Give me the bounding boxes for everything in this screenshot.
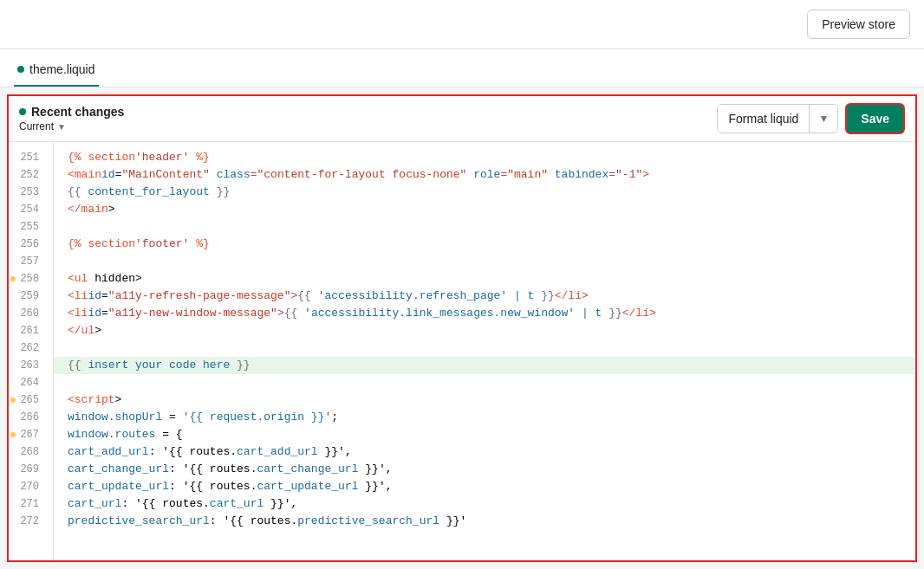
code-line: <li id="a11y-refresh-page-message">{{ 'a… <box>54 288 915 305</box>
line-number: 271 <box>9 495 46 513</box>
format-liquid-button[interactable]: Format liquid <box>718 105 810 133</box>
recent-changes-section: Recent changes Current ▼ <box>19 105 124 133</box>
recent-changes-dot <box>19 108 26 115</box>
tab-label: theme.liquid <box>29 62 95 76</box>
save-button[interactable]: Save <box>845 103 905 134</box>
line-number: 270 <box>9 478 46 495</box>
code-line: window.shopUrl = '{{ request.origin }}'; <box>54 409 915 426</box>
chevron-down-icon: ▼ <box>57 122 66 132</box>
line-number: 263 <box>9 357 46 374</box>
line-number: 264 <box>9 374 46 391</box>
line-number: 261 <box>9 322 46 339</box>
line-number: 269 <box>9 461 46 478</box>
code-line <box>54 218 915 236</box>
line-number: 262 <box>9 339 46 357</box>
recent-changes-text: Recent changes <box>31 105 124 119</box>
code-line: cart_add_url: '{{ routes.cart_add_url }}… <box>54 443 915 461</box>
app-wrapper: Preview store theme.liquid Recent change… <box>0 0 924 562</box>
line-number: 266 <box>9 409 46 426</box>
code-line: predictive_search_url: '{{ routes.predic… <box>54 513 915 530</box>
line-number: 259 <box>9 288 46 305</box>
code-line: <main id="MainContent" class="content-fo… <box>54 166 915 184</box>
line-number: 260 <box>9 305 46 322</box>
tab-theme-liquid[interactable]: theme.liquid <box>14 54 99 87</box>
code-line: <ul hidden> <box>54 270 915 288</box>
tab-unsaved-dot <box>17 66 24 73</box>
code-line <box>54 253 915 270</box>
line-number: 256 <box>9 236 46 253</box>
code-line: cart_update_url: '{{ routes.cart_update_… <box>54 478 915 495</box>
code-line: window.routes = { <box>54 426 915 443</box>
line-number: 257 <box>9 253 46 270</box>
code-editor: 2512522532542552562572582592602612622632… <box>9 142 915 560</box>
line-number: 254 <box>9 201 46 218</box>
editor-container: Recent changes Current ▼ Format liquid ▼… <box>7 94 917 562</box>
tabs-bar: theme.liquid <box>0 49 924 87</box>
code-line: cart_change_url: '{{ routes.cart_change_… <box>54 461 915 478</box>
code-line <box>54 374 915 391</box>
code-line: {{ content_for_layout }} <box>54 184 915 201</box>
format-liquid-dropdown-button[interactable]: ▼ <box>810 106 837 132</box>
line-number: 258 <box>9 270 46 288</box>
format-liquid-group: Format liquid ▼ <box>717 104 838 133</box>
code-line: </main> <box>54 201 915 218</box>
code-lines[interactable]: {% section 'header' %} <main id="MainCon… <box>54 142 915 560</box>
code-line <box>54 339 915 357</box>
code-line: <script> <box>54 391 915 409</box>
line-number: 265 <box>9 391 46 409</box>
line-number: 251 <box>9 149 46 166</box>
line-number: 255 <box>9 218 46 236</box>
toolbar: Recent changes Current ▼ Format liquid ▼… <box>9 96 915 142</box>
current-label: Current <box>19 120 54 133</box>
code-line: </ul> <box>54 322 915 339</box>
line-number: 253 <box>9 184 46 201</box>
line-number: 267 <box>9 426 46 443</box>
code-line: cart_url: '{{ routes.cart_url }}', <box>54 495 915 513</box>
code-line: {% section 'header' %} <box>54 149 915 166</box>
line-number: 252 <box>9 166 46 184</box>
line-number: 268 <box>9 443 46 461</box>
recent-changes-label: Recent changes <box>19 105 124 119</box>
line-numbers: 2512522532542552562572582592602612622632… <box>9 142 54 560</box>
code-line: {{ insert your code here }} <box>54 357 915 374</box>
top-bar: Preview store <box>0 0 924 49</box>
line-number: 272 <box>9 513 46 530</box>
code-line: <li id="a11y-new-window-message">{{ 'acc… <box>54 305 915 322</box>
code-line: {% section 'footer' %} <box>54 236 915 253</box>
current-dropdown[interactable]: Current ▼ <box>19 120 124 133</box>
preview-store-button[interactable]: Preview store <box>807 10 910 39</box>
toolbar-right: Format liquid ▼ Save <box>717 103 905 134</box>
